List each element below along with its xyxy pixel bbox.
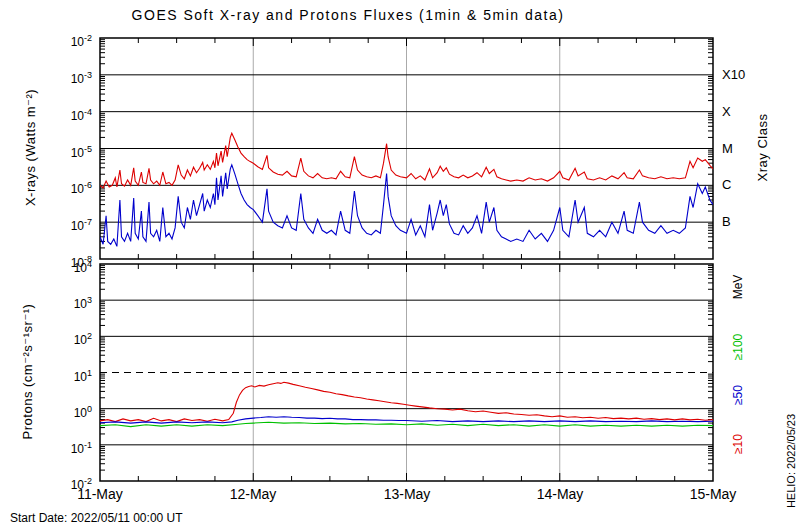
xray-class-label: B: [722, 214, 731, 229]
y-tick-label: 10-3: [46, 67, 92, 87]
y-tick-label: 10-6: [46, 177, 92, 197]
y-tick-label: 102: [46, 328, 92, 348]
xray-class-label: X10: [722, 67, 745, 82]
proton-energy-label: ≥10: [731, 394, 745, 494]
x-day-label: 13-May: [372, 486, 442, 502]
panel-0: [100, 38, 713, 259]
y-tick-label: 104: [46, 256, 92, 276]
y-tick-label: 10-5: [46, 141, 92, 161]
start-date-label: Start Date: 2022/05/11 00:00 UT: [10, 511, 183, 525]
proton-y-axis-title: Protons (cm⁻²s⁻¹sr⁻¹): [20, 280, 35, 464]
x-day-label: 14-May: [525, 486, 595, 502]
xray-class-label: X: [722, 104, 731, 119]
panel-1: [100, 264, 713, 481]
xray-class-label: C: [722, 177, 731, 192]
xray-class-axis-title: Xray Class: [755, 98, 770, 198]
y-tick-label: 10-1: [46, 437, 92, 457]
chart-title: GOES Soft X-ray and Protons Fluxes (1min…: [98, 7, 598, 23]
plot-svg: [0, 0, 800, 530]
x-day-label: 12-May: [218, 486, 288, 502]
helio-credit-label: HELIO: 2022/05/23: [785, 391, 797, 530]
x-day-label: 11-May: [65, 486, 135, 502]
y-tick-label: 10-4: [46, 104, 92, 124]
xray-class-label: M: [722, 141, 733, 156]
y-tick-label: 101: [46, 365, 92, 385]
y-tick-label: 10-7: [46, 214, 92, 234]
xray-y-axis-title: X-rays (Watts m⁻²): [23, 56, 38, 240]
y-tick-label: 100: [46, 401, 92, 421]
y-tick-label: 10-2: [46, 30, 92, 50]
y-tick-label: 103: [46, 292, 92, 312]
